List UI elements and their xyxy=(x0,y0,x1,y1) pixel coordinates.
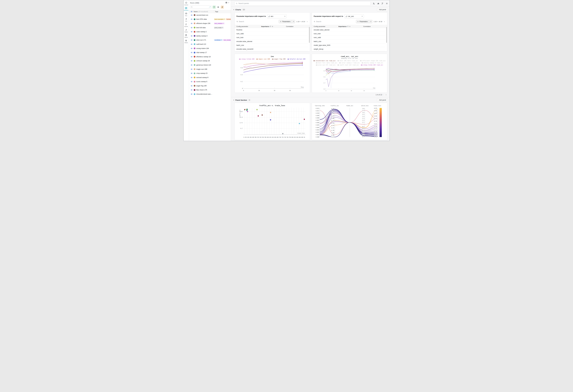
run-name[interactable]: eager-fog-190 xyxy=(196,85,207,87)
tag-chip[interactable]: best examples✕ xyxy=(214,18,226,20)
next-page-chevron[interactable]: › xyxy=(384,21,385,22)
filter-runs-button[interactable] xyxy=(213,5,216,9)
visibility-eye-icon[interactable] xyxy=(191,39,193,41)
next-page-chevron[interactable]: › xyxy=(385,94,387,96)
run-row[interactable]: vital-sweep-17 xyxy=(189,50,231,55)
run-row[interactable]: efficient-shape-156test_medium✕ xyxy=(189,21,231,26)
run-name[interactable]: dainty-sweep-4 xyxy=(196,35,208,37)
table-scrollbar[interactable] xyxy=(386,27,387,43)
run-row[interactable]: misunderstood-swe… xyxy=(189,92,231,96)
importance-table-row[interactable]: model_type.value_NAN xyxy=(314,43,385,47)
legend-item[interactable]: snowy-totem-184 xyxy=(239,58,254,60)
run-name[interactable]: iconic-sweep-5 xyxy=(196,81,207,83)
tag-close-icon[interactable]: ✕ xyxy=(221,39,222,41)
visibility-eye-icon[interactable] xyxy=(191,14,193,16)
section-collapse-chevron-icon[interactable]: ▼ xyxy=(233,9,234,10)
runs-table-icon[interactable] xyxy=(225,2,227,4)
visibility-eye-icon[interactable] xyxy=(191,89,193,91)
run-name[interactable]: best full data xyxy=(196,27,206,29)
legend-item[interactable]: wise-sun-171 road_acc xyxy=(316,64,336,66)
tags-column-header[interactable]: Tags xyxy=(214,10,231,13)
importance-header[interactable]: Importance xyxy=(339,26,361,27)
run-name[interactable]: misunderstood-swe… xyxy=(196,93,212,95)
visibility-eye-icon[interactable] xyxy=(191,60,193,62)
run-row[interactable]: iconic-sweep-5 xyxy=(189,80,231,84)
visibility-eye-icon[interactable] xyxy=(191,31,193,33)
add-panel-button[interactable]: Add panel xyxy=(377,8,388,11)
run-name[interactable]: second-best-run xyxy=(196,14,208,16)
outliers-icon[interactable] xyxy=(381,2,384,5)
sidebar-item-overview[interactable]: Overview xyxy=(184,1,188,5)
tag-close-icon[interactable]: ✕ xyxy=(222,27,223,28)
run-row[interactable]: best 20% databest examples✕humans✕ xyxy=(189,17,231,21)
run-row[interactable]: magic-sun-188 xyxy=(189,67,231,71)
run-row[interactable]: lilac-moon-175 xyxy=(189,88,231,92)
run-name[interactable]: crimson-sweep-29 xyxy=(196,60,210,62)
importance-header[interactable]: Importance xyxy=(261,26,284,27)
visibility-eye-icon[interactable] xyxy=(191,22,193,24)
importance-table-row[interactable]: num_valid xyxy=(236,32,308,36)
parallel-coordinates-panel[interactable]: learning_rate0.0120.0110.0100.0090.0080.… xyxy=(312,103,387,140)
legend-item[interactable]: magic-sun-188 xyxy=(256,58,270,60)
legend-item[interactable]: second-best-run road_acc xyxy=(313,60,336,62)
metric-select[interactable]: car_acc ▼ xyxy=(344,14,364,18)
visibility-eye-icon[interactable] xyxy=(191,52,193,53)
line-chart-panel-road-acc[interactable]: road_acc, car_acc Showing first 10 runs … xyxy=(312,54,387,93)
importance-table-row[interactable]: Runtime xyxy=(236,28,308,32)
tag-close-icon[interactable]: ✕ xyxy=(224,18,225,20)
run-row[interactable]: crisp-sweep-23 xyxy=(189,71,231,75)
visibility-eye-icon[interactable] xyxy=(191,64,193,66)
run-name[interactable]: magic-sun-188 xyxy=(196,68,207,70)
run-row[interactable]: crimson-sweep-29 xyxy=(189,59,231,63)
sidebar-item-sweeps[interactable]: Sweeps xyxy=(184,28,188,32)
page-range[interactable]: 1-10 xyxy=(374,21,377,22)
metric-select[interactable]: acc ▼ xyxy=(267,14,287,18)
name-column-header[interactable]: Name xyxy=(194,11,198,12)
sidebar-item-runs[interactable]: Runs xyxy=(185,12,188,16)
sidebar-item-reports[interactable]: Reports xyxy=(184,34,188,38)
sort-runs-button[interactable] xyxy=(221,5,224,9)
prev-page-chevron[interactable]: ‹ xyxy=(382,21,384,22)
settings-gear-icon[interactable] xyxy=(386,2,388,5)
legend-item[interactable]: solar-sweep-2 road_acc xyxy=(339,62,360,64)
importance-table-row[interactable]: num_train xyxy=(236,36,308,39)
importance-table-row[interactable]: num_train xyxy=(314,32,385,36)
visibility-eye-icon[interactable] xyxy=(191,35,193,37)
run-row[interactable]: second-best-run xyxy=(189,13,231,17)
tag-chip[interactable]: candidate✕ xyxy=(214,39,223,41)
add-panel-button[interactable]: Add panel xyxy=(377,98,388,102)
importance-table-row[interactable]: encoder.value_alexnet xyxy=(314,28,385,32)
legend-item[interactable]: efficient-shape-156 road_acc xyxy=(360,60,386,62)
importance-search-input[interactable]: Search xyxy=(236,21,244,22)
run-row[interactable]: best full dataprod_ready✕ xyxy=(189,26,231,30)
run-row[interactable]: effortless-sweep-18 xyxy=(189,55,231,59)
visibility-eye-icon[interactable] xyxy=(191,43,193,45)
legend-item[interactable]: swift-leaf-122 road_acc xyxy=(338,64,359,66)
panel-search-input[interactable]: Search panels xyxy=(234,1,371,5)
tag-chip[interactable]: test_medium xyxy=(223,39,231,41)
legend-item[interactable]: best 20% data road_acc xyxy=(338,60,358,62)
run-row[interactable]: dainty-sweep-4 xyxy=(189,34,231,38)
run-name[interactable]: lilac-moon-175 xyxy=(196,89,207,91)
legend-item[interactable]: dainty-sweep-4 road_acc xyxy=(362,62,383,64)
sidebar-item-workspace[interactable]: Workspace xyxy=(184,7,188,11)
run-row[interactable]: eager-fog-190 xyxy=(189,84,231,88)
page-range[interactable]: 1-10 xyxy=(296,21,299,22)
run-row[interactable]: snowy-totem-184 xyxy=(189,46,231,51)
run-row[interactable]: swift-leaf-122 xyxy=(189,42,231,46)
x-axis-settings-icon[interactable] xyxy=(373,2,375,5)
runs-search-input[interactable]: .* xyxy=(190,5,212,9)
sidebar-item-jobs[interactable]: Jobs xyxy=(185,18,188,22)
run-name[interactable]: snowy-totem-184 xyxy=(196,48,209,49)
visibility-eye-icon[interactable] xyxy=(191,81,193,83)
parameters-button[interactable]: Parameters xyxy=(356,20,369,23)
tag-chip[interactable]: humans✕ xyxy=(226,18,231,20)
prev-page-chevron[interactable]: ‹ xyxy=(305,21,306,22)
run-name[interactable]: crisp-sweep-23 xyxy=(196,72,208,74)
parameters-button[interactable]: Parameters xyxy=(279,20,292,23)
section-collapse-chevron-icon[interactable]: ▼ xyxy=(233,99,234,101)
smoothing-iron-icon[interactable] xyxy=(377,2,379,5)
scatter-panel-traffic-acc[interactable]: traffic_acc v. train_loss 0.420.440.460.… xyxy=(234,103,310,140)
visibility-eye-icon[interactable] xyxy=(191,56,193,58)
run-list-view-button[interactable] xyxy=(217,5,220,9)
